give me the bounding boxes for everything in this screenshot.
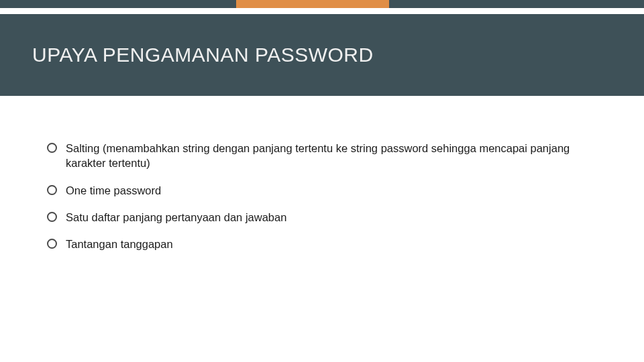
strip-segment-dark-right bbox=[389, 0, 644, 8]
slide: UPAYA PENGAMANAN PASSWORD Salting (menam… bbox=[0, 0, 644, 362]
strip-segment-orange bbox=[236, 0, 389, 8]
slide-title: UPAYA PENGAMANAN PASSWORD bbox=[32, 44, 374, 66]
bullet-list: Salting (menambahkan string dengan panja… bbox=[47, 141, 610, 251]
strip-segment-dark-left bbox=[0, 0, 236, 8]
title-band: UPAYA PENGAMANAN PASSWORD bbox=[0, 14, 644, 96]
list-item: One time password bbox=[47, 183, 610, 198]
list-item: Salting (menambahkan string dengan panja… bbox=[47, 141, 610, 171]
top-accent-strip bbox=[0, 0, 644, 8]
list-item: Tantangan tanggapan bbox=[47, 237, 610, 251]
content-area: Salting (menambahkan string dengan panja… bbox=[47, 141, 610, 263]
list-item: Satu daftar panjang pertanyaan dan jawab… bbox=[47, 210, 610, 225]
